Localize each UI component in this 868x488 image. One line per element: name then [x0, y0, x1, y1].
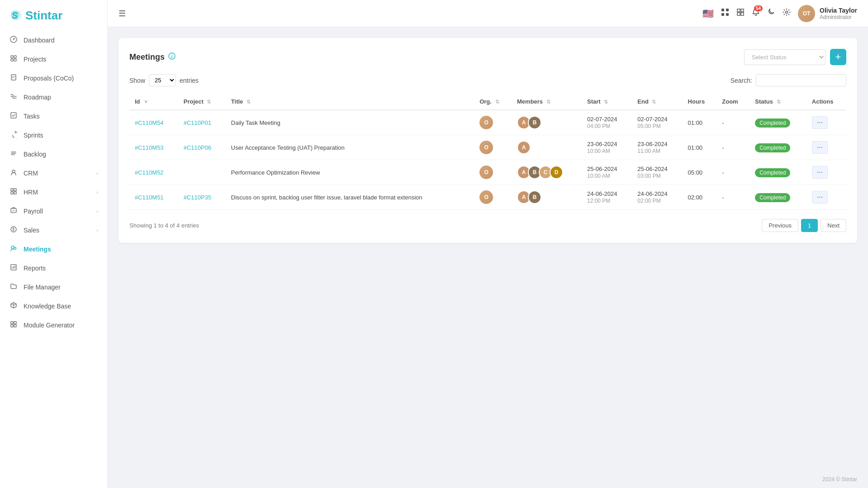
- row-actions-button[interactable]: ···: [812, 166, 828, 179]
- pagination-area: Showing 1 to 4 of 4 entries Previous 1 N…: [129, 219, 846, 232]
- row-actions-button[interactable]: ···: [812, 191, 828, 204]
- sidebar-item-reports[interactable]: Reports: [0, 259, 107, 278]
- sort-start-icon[interactable]: ⇅: [604, 99, 608, 104]
- logo-text: Stintar: [25, 9, 62, 23]
- meeting-id-link[interactable]: #C110M51: [135, 194, 164, 201]
- cell-end: 25-06-202403:00 PM: [632, 160, 682, 185]
- cell-project: #C110P01: [178, 110, 226, 135]
- svg-rect-4: [14, 56, 16, 58]
- project-link[interactable]: #C110P01: [184, 119, 211, 126]
- sidebar-item-roadmap[interactable]: Roadmap: [0, 88, 107, 107]
- sidebar-item-dashboard-label: Dashboard: [24, 37, 98, 44]
- meeting-id-link[interactable]: #C110M53: [135, 144, 164, 151]
- svg-text:S: S: [12, 10, 18, 20]
- table-row: #C110M53 #C110P06 User Acceptance Testin…: [129, 135, 846, 160]
- sort-status-icon[interactable]: ⇅: [777, 99, 781, 104]
- cell-org: O: [474, 135, 512, 160]
- user-profile[interactable]: OT Olivia Taylor Administrator: [798, 5, 857, 22]
- search-input[interactable]: [756, 74, 846, 86]
- member-avatar: B: [528, 116, 541, 129]
- cell-title: Performance Optimization Review: [226, 160, 474, 185]
- meeting-id-link[interactable]: #C110M52: [135, 169, 164, 176]
- sidebar-item-meetings[interactable]: Meetings: [0, 240, 107, 259]
- members-group: AB: [517, 190, 576, 204]
- projects-icon: [9, 55, 18, 64]
- search-label: Search:: [730, 77, 752, 84]
- sidebar-item-hrm[interactable]: HRM ›: [0, 183, 107, 202]
- row-actions-button[interactable]: ···: [812, 116, 828, 129]
- cell-org: O: [474, 185, 512, 210]
- settings-icon[interactable]: [783, 8, 791, 19]
- sort-org-icon[interactable]: ⇅: [495, 99, 499, 104]
- layout-icon[interactable]: [736, 8, 745, 19]
- svg-point-29: [171, 54, 172, 55]
- knowledge-base-icon: [9, 302, 18, 311]
- sidebar-item-crm[interactable]: CRM ›: [0, 164, 107, 183]
- cell-actions: ···: [806, 110, 846, 135]
- sidebar-item-projects-label: Projects: [24, 56, 98, 63]
- sidebar-item-backlog[interactable]: Backlog: [0, 145, 107, 164]
- svg-rect-26: [726, 13, 729, 16]
- add-meeting-button[interactable]: +: [830, 49, 846, 65]
- status-badge: Completed: [755, 118, 790, 128]
- info-icon[interactable]: [168, 52, 175, 62]
- sidebar-item-knowledge-base-label: Knowledge Base: [24, 303, 98, 310]
- svg-rect-10: [11, 189, 13, 191]
- cell-members: AB: [512, 185, 582, 210]
- previous-button[interactable]: Previous: [762, 219, 798, 232]
- meeting-id-link[interactable]: #C110M54: [135, 119, 164, 126]
- sort-project-icon[interactable]: ⇅: [207, 99, 211, 104]
- status-filter-select[interactable]: Select Status Completed Pending Cancelle…: [744, 49, 825, 65]
- member-avatar: D: [550, 166, 563, 179]
- notifications-icon[interactable]: 54: [752, 8, 760, 19]
- sidebar-nav: Dashboard Projects Proposals (CoCo) Road…: [0, 31, 107, 335]
- project-link[interactable]: #C110P35: [184, 194, 211, 201]
- next-button[interactable]: Next: [821, 219, 846, 232]
- sort-id-icon[interactable]: ▼: [143, 99, 148, 104]
- members-group: A: [517, 141, 576, 154]
- show-entries-control: Show 25 50 100 entries: [129, 74, 199, 86]
- meetings-card: Meetings Select Status Completed Pending…: [119, 38, 857, 243]
- svg-rect-25: [721, 13, 724, 16]
- reports-icon: [9, 264, 18, 273]
- svg-point-27: [786, 11, 788, 14]
- logo: S Stintar: [9, 8, 62, 23]
- col-actions: Actions: [806, 94, 846, 110]
- sidebar-item-dashboard[interactable]: Dashboard: [0, 31, 107, 50]
- svg-point-17: [14, 247, 16, 250]
- cell-project: #C110P06: [178, 135, 226, 160]
- sort-title-icon[interactable]: ⇅: [247, 99, 251, 104]
- sort-end-icon[interactable]: ⇅: [652, 99, 656, 104]
- row-actions-button[interactable]: ···: [812, 141, 828, 154]
- language-flag-icon[interactable]: 🇺🇸: [702, 8, 714, 19]
- sidebar-item-proposals[interactable]: Proposals (CoCo): [0, 69, 107, 88]
- svg-point-9: [12, 170, 15, 173]
- sidebar-item-file-manager[interactable]: File Manager: [0, 278, 107, 297]
- search-area: Search:: [730, 74, 846, 86]
- sidebar-item-knowledge-base[interactable]: Knowledge Base: [0, 297, 107, 316]
- sidebar-item-module-generator[interactable]: Module Generator: [0, 316, 107, 335]
- col-id: Id ▼: [129, 94, 178, 110]
- entries-per-page-select[interactable]: 25 50 100: [149, 74, 176, 86]
- cell-members: A: [512, 135, 582, 160]
- cell-members: ABCD: [512, 160, 582, 185]
- sidebar-item-tasks[interactable]: Tasks: [0, 107, 107, 126]
- members-group: AB: [517, 116, 576, 129]
- cell-actions: ···: [806, 160, 846, 185]
- user-name: Olivia Taylor: [820, 7, 857, 14]
- sidebar-item-projects[interactable]: Projects: [0, 50, 107, 69]
- sort-members-icon[interactable]: ⇅: [546, 99, 550, 104]
- sidebar-item-sales[interactable]: Sales ›: [0, 221, 107, 240]
- sidebar-item-payroll[interactable]: Payroll ›: [0, 202, 107, 221]
- logo-icon: S: [9, 8, 24, 23]
- meetings-icon: [9, 245, 18, 254]
- menu-toggle-button[interactable]: ☰: [119, 9, 126, 19]
- svg-rect-19: [11, 322, 13, 324]
- dark-mode-icon[interactable]: [767, 8, 775, 19]
- svg-rect-7: [11, 75, 16, 80]
- project-link[interactable]: #C110P06: [184, 144, 211, 151]
- cell-hours: 05:00: [683, 160, 717, 185]
- sidebar-item-sprints[interactable]: Sprints: [0, 126, 107, 145]
- page-1-button[interactable]: 1: [801, 219, 818, 232]
- apps-icon[interactable]: [721, 8, 729, 19]
